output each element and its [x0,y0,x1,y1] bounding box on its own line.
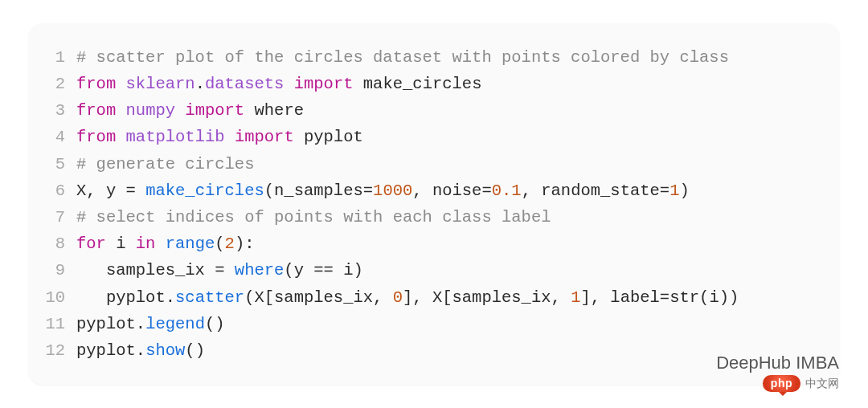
token-kw: import [235,128,294,146]
token-num: 0 [393,288,403,307]
code-line: 1# scatter plot of the circles dataset w… [28,44,824,71]
token-c: # select indices of points with each cla… [76,208,551,226]
token-c: # generate circles [76,155,254,173]
code-content: for i in range(2): [76,231,254,257]
token-fn: scatter [175,288,244,307]
token-code: ], label=str(i)) [580,288,739,307]
code-content: # scatter plot of the circles dataset wi… [76,44,729,71]
token-kw: for [76,235,106,253]
token-code [175,101,185,120]
line-number: 10 [28,284,76,311]
line-number: 12 [28,337,76,364]
token-code: , random_state= [522,182,670,200]
token-num: 1 [669,182,679,200]
line-number: 8 [28,231,76,257]
token-mod: sklearn [126,75,195,93]
token-kw: from [76,75,116,93]
token-mod: numpy [126,101,176,120]
line-number: 9 [28,257,76,284]
token-code: ): [235,235,255,253]
token-num: 2 [225,235,235,253]
token-code: make_circles [354,75,482,93]
token-code: (y == i) [284,261,362,279]
code-line: 10 pyplot.scatter(X[samples_ix, 0], X[sa… [28,284,824,311]
token-code: ) [679,182,689,200]
token-code: X, y = [76,182,145,200]
token-code: i [106,235,136,253]
code-line: 7# select indices of points with each cl… [28,204,824,231]
token-num: 0.1 [492,182,522,200]
line-number: 1 [28,44,76,71]
code-line: 5# generate circles [28,151,824,177]
code-line: 3from numpy import where [28,97,824,124]
token-code [155,235,165,253]
token-code [225,128,235,146]
token-fn: make_circles [145,182,264,200]
token-code: () [185,341,205,360]
code-content: from sklearn.datasets import make_circle… [76,71,481,97]
token-code: , noise= [412,182,491,200]
token-code: (n_samples= [264,182,373,200]
code-content: pyplot.scatter(X[samples_ix, 0], X[sampl… [76,284,739,311]
token-mod: matplotlib [126,128,225,146]
token-kw: from [76,128,116,146]
token-kw: import [185,101,244,120]
token-code [116,75,125,93]
token-code: () [205,315,225,333]
code-content: from matplotlib import pyplot [76,124,363,150]
code-card: 1# scatter plot of the circles dataset w… [28,23,840,385]
token-kw: in [136,235,156,253]
line-number: 5 [28,151,76,177]
code-line: 11pyplot.legend() [28,311,824,337]
line-number: 3 [28,97,76,124]
token-fn: legend [145,315,205,333]
code-content: samples_ix = where(y == i) [76,257,363,284]
token-c: # scatter plot of the circles dataset wi… [76,48,729,67]
token-num: 1 [571,288,580,307]
token-code: pyplot. [76,288,175,307]
code-content: pyplot.legend() [76,311,225,337]
code-line: 8for i in range(2): [28,231,824,257]
token-kw: import [294,75,354,93]
code-line: 6X, y = make_circles(n_samples=1000, noi… [28,177,824,204]
code-line: 12pyplot.show() [28,337,824,364]
code-content: X, y = make_circles(n_samples=1000, nois… [76,177,690,204]
token-fn: range [166,235,215,253]
token-code [116,101,125,120]
token-fn: where [235,261,285,279]
code-content: from numpy import where [76,97,304,124]
token-code: pyplot. [76,315,145,333]
code-content: pyplot.show() [76,337,205,364]
code-line: 2from sklearn.datasets import make_circl… [28,71,824,97]
code-line: 4from matplotlib import pyplot [28,124,824,150]
token-code: pyplot. [76,341,145,360]
code-line: 9 samples_ix = where(y == i) [28,257,824,284]
token-fn: show [145,341,185,360]
token-code: pyplot [294,128,363,146]
code-listing: 1# scatter plot of the circles dataset w… [28,44,824,364]
token-num: 1000 [373,182,412,200]
line-number: 7 [28,204,76,231]
token-kw: from [76,101,116,120]
token-code [284,75,293,93]
token-code: where [244,101,304,120]
token-code: . [195,75,205,93]
token-mod: datasets [205,75,284,93]
line-number: 2 [28,71,76,97]
code-content: # generate circles [76,151,254,177]
token-code: samples_ix = [76,261,235,279]
token-code [116,128,125,146]
line-number: 6 [28,177,76,204]
token-code: (X[samples_ix, [244,288,393,307]
line-number: 11 [28,311,76,337]
token-code: ( [215,235,224,253]
token-code: ], X[samples_ix, [403,288,571,307]
code-content: # select indices of points with each cla… [76,204,551,231]
line-number: 4 [28,124,76,150]
